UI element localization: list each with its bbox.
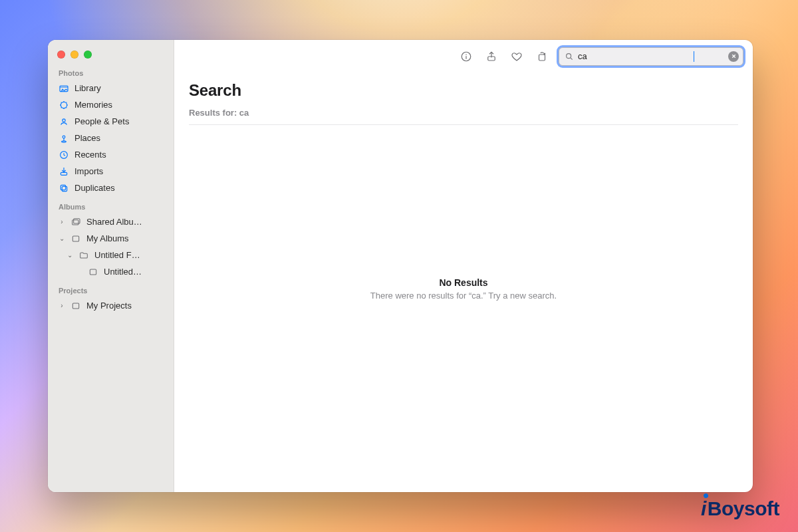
recents-icon: [59, 150, 69, 160]
svg-rect-18: [539, 55, 545, 61]
svg-point-5: [62, 140, 66, 142]
info-button[interactable]: [458, 48, 475, 65]
sidebar-item-memories[interactable]: Memories: [55, 96, 168, 113]
sidebar-item-label: My Projects: [86, 301, 132, 311]
svg-rect-7: [61, 172, 66, 175]
shared-albums-icon: [70, 217, 81, 227]
folder-icon: [78, 250, 89, 261]
sidebar-item-my-albums[interactable]: ⌄ My Albums: [55, 230, 168, 247]
chevron-down-icon[interactable]: ⌄: [59, 235, 65, 242]
photos-window: Photos Library Memories People & Pets Pl…: [48, 40, 753, 492]
svg-rect-13: [90, 269, 96, 275]
sidebar-item-label: Untitled F…: [94, 250, 140, 260]
sidebar-item-label: Places: [74, 133, 100, 143]
sidebar-item-label: People & Pets: [74, 116, 129, 126]
places-icon: [59, 133, 69, 144]
window-controls: [57, 51, 168, 59]
chevron-down-icon[interactable]: ⌄: [66, 251, 73, 259]
sidebar-item-recents[interactable]: Recents: [55, 146, 168, 163]
minimize-window-button[interactable]: [70, 51, 78, 59]
svg-rect-12: [72, 236, 78, 241]
sidebar-item-untitled-folder[interactable]: ⌄ Untitled F…: [63, 247, 168, 263]
sidebar-item-places[interactable]: Places: [55, 130, 168, 146]
close-window-button[interactable]: [57, 51, 65, 59]
sidebar-item-label: Imports: [74, 166, 103, 176]
watermark-logo: i: [701, 497, 708, 520]
people-icon: [59, 116, 69, 127]
desktop-background: Photos Library Memories People & Pets Pl…: [0, 0, 798, 532]
sidebar-item-label: Recents: [74, 150, 106, 160]
empty-state: No Results There were no results for “ca…: [189, 85, 738, 492]
sidebar-item-library[interactable]: Library: [55, 80, 168, 96]
sidebar-item-label: Shared Albu…: [86, 217, 142, 227]
sidebar-item-imports[interactable]: Imports: [55, 163, 168, 180]
clear-search-button[interactable]: [728, 51, 739, 62]
svg-point-2: [61, 102, 66, 108]
sidebar-item-untitled-album[interactable]: Untitled…: [72, 263, 168, 280]
sidebar-item-shared-albums[interactable]: › Shared Albu…: [55, 213, 168, 230]
sidebar-item-duplicates[interactable]: Duplicates: [55, 180, 168, 196]
sidebar-section-projects-header: Projects: [59, 287, 166, 295]
empty-subline: There were no results for “ca.” Try a ne…: [370, 291, 557, 301]
sidebar-item-label: Library: [74, 83, 101, 93]
svg-rect-8: [62, 186, 66, 191]
project-icon: [70, 301, 81, 311]
duplicates-icon: [59, 183, 69, 194]
sidebar-item-label: Untitled…: [104, 267, 142, 277]
search-input[interactable]: [578, 51, 690, 61]
library-icon: [59, 83, 69, 94]
svg-point-3: [63, 118, 65, 121]
empty-headline: No Results: [439, 277, 487, 288]
fullscreen-window-button[interactable]: [84, 51, 92, 59]
toolbar: [174, 40, 753, 73]
svg-rect-14: [72, 303, 78, 309]
album-icon: [70, 233, 81, 244]
search-icon: [565, 52, 574, 61]
sidebar-section-photos-header: Photos: [59, 69, 166, 77]
text-caret: [694, 51, 694, 62]
sidebar-item-label: Duplicates: [74, 183, 115, 193]
svg-point-4: [63, 136, 65, 138]
svg-rect-10: [72, 219, 78, 224]
chevron-right-icon[interactable]: ›: [59, 218, 65, 225]
imports-icon: [59, 166, 69, 177]
svg-rect-11: [74, 218, 80, 223]
svg-rect-9: [61, 185, 65, 190]
favorite-button[interactable]: [508, 48, 525, 65]
content-area: Search Results for: ca No Results There …: [174, 73, 753, 492]
watermark: iBoysoft: [701, 497, 779, 520]
sidebar: Photos Library Memories People & Pets Pl…: [48, 40, 174, 492]
svg-point-16: [466, 54, 467, 55]
sidebar-section-albums-header: Albums: [59, 203, 166, 211]
sidebar-item-people-pets[interactable]: People & Pets: [55, 113, 168, 130]
album-icon: [88, 267, 98, 277]
chevron-right-icon[interactable]: ›: [59, 302, 65, 309]
sidebar-item-my-projects[interactable]: › My Projects: [55, 297, 168, 314]
rotate-button[interactable]: [533, 48, 551, 65]
sidebar-item-label: Memories: [74, 100, 112, 110]
svg-point-19: [567, 53, 571, 58]
main-pane: Search Results for: ca No Results There …: [174, 40, 753, 492]
share-button[interactable]: [483, 48, 500, 65]
sidebar-item-label: My Albums: [86, 233, 129, 243]
watermark-text: Boysoft: [708, 497, 779, 520]
memories-icon: [59, 100, 69, 110]
search-field[interactable]: [559, 47, 743, 66]
